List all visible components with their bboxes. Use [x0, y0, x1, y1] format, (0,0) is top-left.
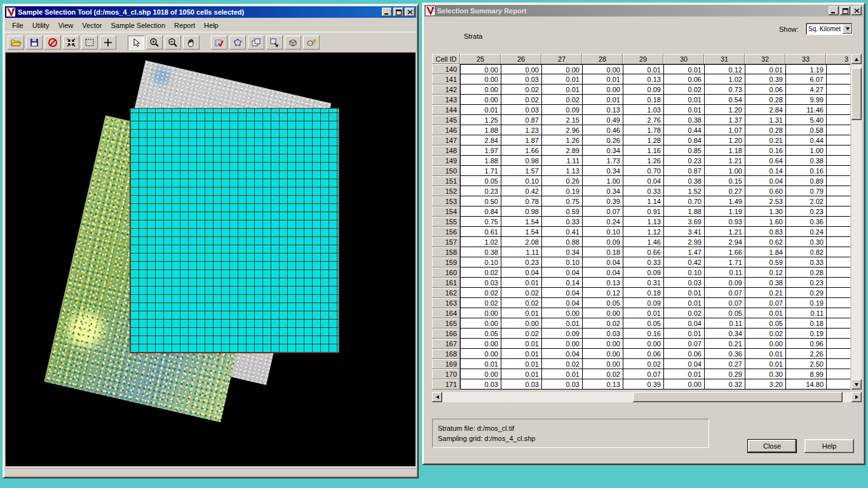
value-cell: 2.76 [623, 115, 663, 125]
menu-vector[interactable]: Vector [78, 20, 106, 30]
stop-icon[interactable] [44, 36, 61, 50]
table-row: 1630.020.020.040.050.090.010.070.070.19 [432, 298, 850, 308]
pointer-icon[interactable] [128, 36, 144, 50]
open-icon[interactable] [8, 36, 24, 50]
value-cell: 1.73 [582, 156, 623, 166]
scroll-left-icon[interactable] [432, 392, 442, 402]
horizontal-scrollbar[interactable] [432, 392, 862, 402]
maximize-icon[interactable] [393, 8, 403, 17]
value-cell: 0.29 [704, 369, 745, 379]
value-cell: 1.00 [704, 166, 745, 176]
value-cell: 0.09 [582, 237, 623, 247]
value-cell: 0.34 [582, 166, 623, 176]
digitize-icon[interactable] [303, 36, 320, 50]
value-cell: 0.19 [785, 298, 826, 308]
menu-report[interactable]: Report [170, 20, 200, 30]
menu-utility[interactable]: Utility [28, 20, 54, 30]
sampling-grid-overlay[interactable] [130, 108, 339, 353]
zoom-out-icon[interactable] [165, 36, 181, 50]
value-cell: 0.02 [582, 369, 623, 379]
horizontal-scroll-thumb[interactable] [633, 392, 843, 402]
value-cell: 11.46 [785, 105, 826, 115]
cell-id: 148 [432, 146, 460, 156]
zoom-box-icon[interactable] [81, 36, 98, 50]
value-cell: 0.06 [623, 349, 663, 359]
value-cell: 0.19 [785, 329, 826, 339]
value-cell [826, 278, 850, 288]
value-cell: 0.00 [582, 339, 623, 349]
select-polygon-icon[interactable] [229, 36, 246, 50]
value-cell: 0.28 [785, 268, 826, 278]
value-cell: 0.13 [582, 379, 623, 390]
map-canvas[interactable] [5, 52, 416, 467]
value-cell [826, 64, 850, 74]
right-titlebar[interactable]: Selection Summary Report [424, 5, 863, 17]
dropdown-arrow-icon[interactable] [843, 24, 852, 34]
fit-to-window-icon[interactable] [63, 36, 79, 50]
paste-element-icon[interactable] [266, 36, 283, 50]
value-cell: 2.96 [541, 125, 582, 135]
column-header: 32 [745, 54, 785, 64]
close-button[interactable]: Close [747, 439, 797, 453]
value-cell [826, 135, 850, 146]
value-cell: 0.27 [704, 359, 745, 369]
copy-element-icon[interactable] [248, 36, 264, 50]
cell-id: 150 [432, 166, 460, 176]
scroll-right-icon[interactable] [851, 392, 862, 402]
table-row: 1472.841.871.260.261.280.841.200.210.44 [432, 135, 850, 146]
toolbar [5, 32, 416, 52]
scroll-up-icon[interactable] [851, 54, 862, 64]
menu-help[interactable]: Help [200, 20, 223, 30]
table-row: 1560.611.540.410.101.123.411.210.830.24 [432, 227, 850, 237]
select-element-icon[interactable] [211, 36, 227, 50]
app-icon [426, 6, 435, 15]
units-dropdown[interactable]: Sq. Kilomet [806, 23, 853, 35]
table-row: 1410.000.030.010.010.130.061.020.396.07 [432, 74, 850, 85]
zoom-in-icon[interactable] [146, 36, 163, 50]
table-row: 1620.020.020.040.120.180.010.070.210.29 [432, 288, 850, 298]
left-titlebar[interactable]: Sample Selection Tool (d:/mos_4_cl.shp 1… [5, 6, 416, 18]
table-row: 1520.230.420.190.340.331.520.270.600.79 [432, 186, 850, 196]
file-info-box: Stratum file: d:/mos_cl.tif Sampling gri… [432, 419, 709, 448]
value-cell: 0.38 [460, 247, 501, 257]
menu-sample-selection[interactable]: Sample Selection [106, 20, 170, 30]
maximize-icon[interactable] [840, 6, 850, 15]
vertical-scrollbar[interactable] [851, 54, 862, 390]
value-cell: 8.99 [785, 369, 826, 379]
cube-icon[interactable] [285, 36, 301, 50]
value-cell: 0.03 [501, 105, 541, 115]
value-cell: 0.36 [785, 217, 826, 227]
value-cell: 0.01 [623, 64, 663, 74]
add-crosshair-icon[interactable] [100, 36, 116, 50]
close-icon[interactable] [851, 6, 862, 15]
value-cell: 1.11 [541, 156, 582, 166]
close-icon[interactable] [405, 8, 415, 17]
value-cell: 0.19 [541, 186, 582, 196]
scroll-down-icon[interactable] [851, 379, 862, 390]
value-cell: 2.15 [541, 115, 582, 125]
value-cell: 0.33 [541, 217, 582, 227]
save-icon[interactable] [26, 36, 43, 50]
table-row: 1501.711.571.130.340.700.871.000.140.16 [432, 166, 850, 176]
menu-file[interactable]: File [8, 20, 28, 30]
minimize-icon[interactable] [829, 6, 839, 15]
minimize-icon[interactable] [382, 8, 392, 17]
vertical-scroll-thumb[interactable] [851, 68, 862, 120]
value-cell: 1.00 [582, 176, 623, 186]
value-cell: 1.28 [623, 135, 663, 146]
table-row: 1510.050.100.261.000.040.380.150.040.89 [432, 176, 850, 186]
stratum-file-text: Stratum file: d:/mos_cl.tif [438, 423, 703, 433]
menu-view[interactable]: View [54, 20, 78, 30]
value-cell [826, 237, 850, 247]
value-cell: 0.00 [623, 339, 663, 349]
column-header: 28 [582, 54, 623, 64]
help-button[interactable]: Help [804, 439, 854, 453]
value-cell: 0.61 [460, 227, 501, 237]
cell-id: 162 [432, 288, 460, 298]
value-cell: 0.85 [663, 146, 704, 156]
value-cell: 0.01 [663, 95, 704, 105]
value-cell: 0.50 [460, 196, 501, 207]
table-row: 1571.022.080.880.091.462.992.940.620.30 [432, 237, 850, 247]
pan-icon[interactable] [183, 36, 200, 50]
value-cell: 0.84 [663, 135, 704, 146]
